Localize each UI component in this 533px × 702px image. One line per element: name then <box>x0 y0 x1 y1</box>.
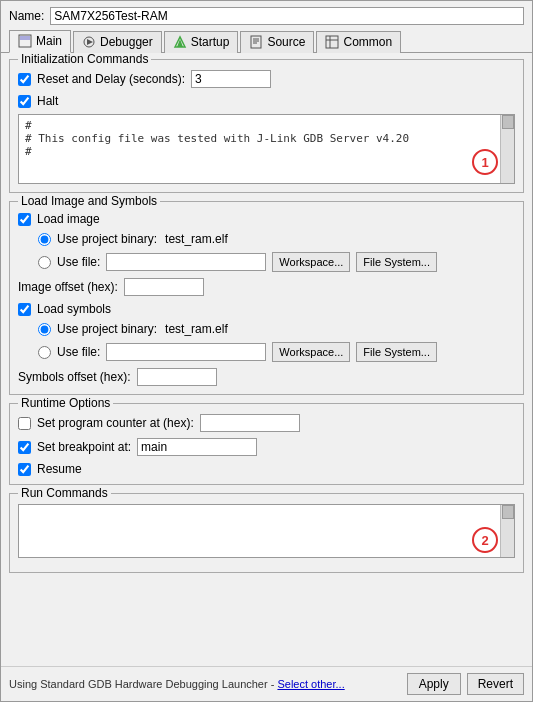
tab-startup-label: Startup <box>191 35 230 49</box>
footer-buttons: Apply Revert <box>407 673 524 695</box>
select-other-link[interactable]: Select other... <box>277 678 344 690</box>
reset-checkbox[interactable] <box>18 73 31 86</box>
tabs-row: Main Debugger Startup Source Common <box>1 29 532 53</box>
project-binary1-value: test_ram.elf <box>165 232 228 246</box>
use-project-binary1-row: Use project binary: test_ram.elf <box>38 232 515 246</box>
halt-label: Halt <box>37 94 58 108</box>
init-textarea: # # This config file was tested with J-L… <box>18 114 515 184</box>
use-project-binary2-radio[interactable] <box>38 323 51 336</box>
debug-icon <box>82 35 96 49</box>
resume-row: Resume <box>18 462 515 476</box>
load-image-title: Load Image and Symbols <box>18 194 160 208</box>
tab-common[interactable]: Common <box>316 31 401 53</box>
apply-button[interactable]: Apply <box>407 673 461 695</box>
set-pc-row: Set program counter at (hex): <box>18 414 515 432</box>
name-row: Name: <box>1 1 532 29</box>
run-commands-group: Run Commands 2 <box>9 493 524 573</box>
use-file2-radio[interactable] <box>38 346 51 359</box>
load-symbols-row: Load symbols <box>18 302 515 316</box>
footer-text-static: Using Standard GDB Hardware Debugging La… <box>9 678 277 690</box>
load-image-group: Load Image and Symbols Load image Use pr… <box>9 201 524 395</box>
tab-debugger-label: Debugger <box>100 35 153 49</box>
image-offset-input[interactable] <box>124 278 204 296</box>
halt-row: Halt <box>18 94 515 108</box>
run-scrollbar-thumb <box>502 505 514 519</box>
circle-2: 2 <box>472 527 498 553</box>
use-file1-radio[interactable] <box>38 256 51 269</box>
init-scrollbar-thumb <box>502 115 514 129</box>
load-image-checkbox[interactable] <box>18 213 31 226</box>
use-project-binary1-radio[interactable] <box>38 233 51 246</box>
reset-row: Reset and Delay (seconds): <box>18 70 515 88</box>
set-bp-checkbox[interactable] <box>18 441 31 454</box>
filesystem2-button[interactable]: File System... <box>356 342 437 362</box>
source-icon <box>249 35 263 49</box>
resume-checkbox[interactable] <box>18 463 31 476</box>
load-symbols-label: Load symbols <box>37 302 111 316</box>
main-icon <box>18 34 32 48</box>
use-file1-input[interactable] <box>106 253 266 271</box>
halt-checkbox[interactable] <box>18 95 31 108</box>
use-file2-label: Use file: <box>57 345 100 359</box>
svg-rect-1 <box>20 36 30 40</box>
footer-text: Using Standard GDB Hardware Debugging La… <box>9 678 401 690</box>
set-bp-row: Set breakpoint at: <box>18 438 515 456</box>
load-symbols-checkbox[interactable] <box>18 303 31 316</box>
footer: Using Standard GDB Hardware Debugging La… <box>1 666 532 701</box>
workspace2-button[interactable]: Workspace... <box>272 342 350 362</box>
common-icon <box>325 35 339 49</box>
use-file1-row: Use file: Workspace... File System... <box>38 252 515 272</box>
use-project-binary1-label: Use project binary: <box>57 232 157 246</box>
tab-common-label: Common <box>343 35 392 49</box>
use-file2-row: Use file: Workspace... File System... <box>38 342 515 362</box>
symbols-offset-input[interactable] <box>137 368 217 386</box>
init-commands-title: Initialization Commands <box>18 53 151 66</box>
run-textarea[interactable] <box>19 505 500 557</box>
image-offset-label: Image offset (hex): <box>18 280 118 294</box>
tab-startup[interactable]: Startup <box>164 31 239 53</box>
tab-debugger[interactable]: Debugger <box>73 31 162 53</box>
circle-1: 1 <box>472 149 498 175</box>
use-project-binary2-label: Use project binary: <box>57 322 157 336</box>
tab-source[interactable]: Source <box>240 31 314 53</box>
use-file1-label: Use file: <box>57 255 100 269</box>
set-bp-input[interactable] <box>137 438 257 456</box>
set-pc-checkbox[interactable] <box>18 417 31 430</box>
resume-label: Resume <box>37 462 82 476</box>
runtime-group: Runtime Options Set program counter at (… <box>9 403 524 485</box>
filesystem1-button[interactable]: File System... <box>356 252 437 272</box>
tab-main[interactable]: Main <box>9 30 71 53</box>
image-offset-row: Image offset (hex): <box>18 278 515 296</box>
set-pc-label: Set program counter at (hex): <box>37 416 194 430</box>
load-image-label: Load image <box>37 212 100 226</box>
run-commands-title: Run Commands <box>18 486 111 500</box>
content-area: Initialization Commands Reset and Delay … <box>1 53 532 666</box>
svg-marker-3 <box>87 39 93 45</box>
reset-value-input[interactable] <box>191 70 271 88</box>
svg-rect-6 <box>251 36 261 48</box>
init-commands-group: Initialization Commands Reset and Delay … <box>9 59 524 193</box>
svg-rect-10 <box>326 36 338 48</box>
revert-button[interactable]: Revert <box>467 673 524 695</box>
name-input[interactable] <box>50 7 524 25</box>
run-textarea-wrapper: 2 <box>18 504 515 558</box>
init-scrollbar[interactable] <box>500 115 514 183</box>
name-label: Name: <box>9 9 44 23</box>
startup-icon <box>173 35 187 49</box>
tab-source-label: Source <box>267 35 305 49</box>
run-scrollbar[interactable] <box>500 505 514 557</box>
set-pc-input[interactable] <box>200 414 300 432</box>
main-window: Name: Main Debugger Startup Source <box>0 0 533 702</box>
set-bp-label: Set breakpoint at: <box>37 440 131 454</box>
use-project-binary2-row: Use project binary: test_ram.elf <box>38 322 515 336</box>
load-image-check-row: Load image <box>18 212 515 226</box>
symbols-offset-label: Symbols offset (hex): <box>18 370 131 384</box>
reset-label: Reset and Delay (seconds): <box>37 72 185 86</box>
workspace1-button[interactable]: Workspace... <box>272 252 350 272</box>
tab-main-label: Main <box>36 34 62 48</box>
use-file2-input[interactable] <box>106 343 266 361</box>
project-binary2-value: test_ram.elf <box>165 322 228 336</box>
runtime-title: Runtime Options <box>18 396 113 410</box>
symbols-offset-row: Symbols offset (hex): <box>18 368 515 386</box>
init-textarea-content[interactable]: # # This config file was tested with J-L… <box>19 115 514 162</box>
